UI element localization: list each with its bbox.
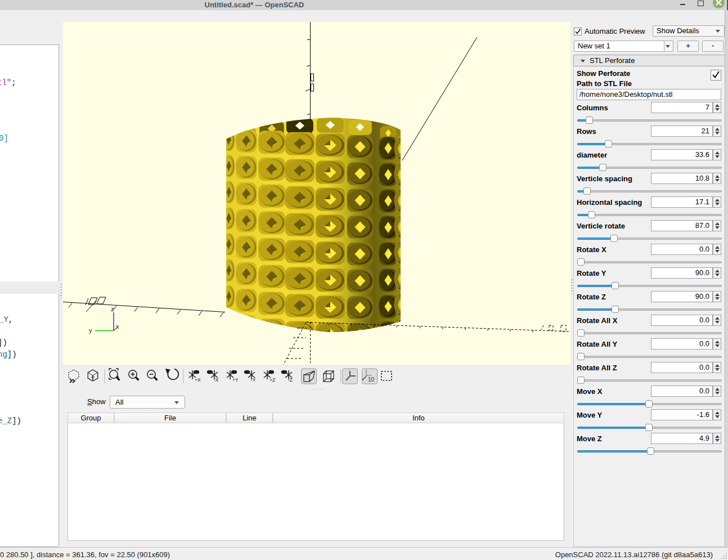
svg-text:-Z: -Z [288,377,293,383]
svg-text:x: x [116,323,119,330]
svg-text:z: z [111,306,114,312]
svg-text:+X: +X [195,377,201,383]
svg-text:y: y [89,327,92,334]
svg-text:10: 10 [368,377,375,383]
svg-text:-Y: -Y [251,377,256,383]
svg-text:+Z: +Z [269,377,275,383]
svg-text:.......: ....... [312,385,326,391]
svg-text:-X: -X [214,377,219,383]
svg-text:+Y: +Y [232,377,239,383]
